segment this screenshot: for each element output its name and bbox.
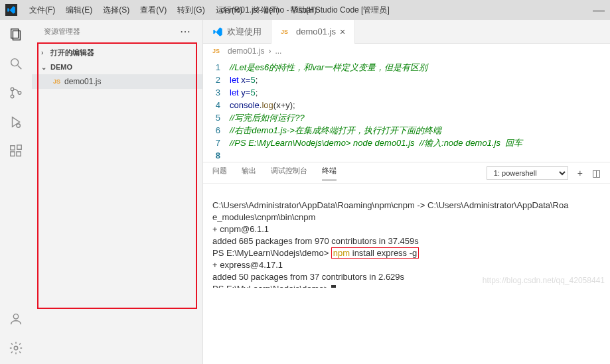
svg-point-2 — [11, 59, 19, 66]
js-file-icon: JS — [212, 48, 220, 54]
menu-select[interactable]: 选择(S) — [99, 3, 133, 17]
annotation-red-command: npm install express -g — [331, 247, 419, 259]
split-terminal-icon[interactable]: ◫ — [592, 168, 601, 178]
panel-tab-debug[interactable]: 调试控制台 — [271, 166, 307, 180]
window-minimize-button[interactable]: — — [593, 3, 605, 17]
svg-rect-9 — [11, 152, 15, 156]
title-bar: 文件(F) 编辑(E) 选择(S) 查看(V) 转到(G) 运行(R) 终端(T… — [0, 0, 610, 20]
search-icon[interactable] — [8, 56, 24, 72]
vscode-logo-icon — [5, 4, 17, 16]
svg-rect-10 — [17, 152, 21, 156]
js-file-icon: JS — [281, 29, 288, 35]
panel-tab-problems[interactable]: 问题 — [212, 166, 227, 180]
svg-rect-11 — [17, 145, 21, 149]
svg-line-3 — [18, 66, 22, 70]
watermark: https://blog.csdn.net/qq_42058441 — [483, 274, 605, 286]
tab-welcome[interactable]: 欢迎使用 — [203, 20, 271, 44]
bottom-panel: 问题 输出 调试控制台 终端 1: powershell + ◫ C:\User… — [203, 162, 610, 288]
activity-bar — [0, 20, 32, 364]
file-demo01-js[interactable]: JSdemo01.js — [32, 74, 202, 89]
window-title: demo01.js - demo - Visual Studio Code [管… — [220, 5, 390, 16]
settings-gear-icon[interactable] — [8, 340, 24, 356]
explorer-more-icon[interactable]: ⋯ — [180, 25, 191, 38]
svg-point-5 — [11, 95, 14, 98]
extensions-icon[interactable] — [8, 143, 24, 159]
run-debug-icon[interactable] — [8, 114, 24, 130]
svg-point-7 — [17, 124, 20, 128]
accounts-icon[interactable] — [8, 311, 24, 327]
terminal[interactable]: C:\Users\Administrator\AppData\Roaming\n… — [203, 184, 610, 288]
code-editor[interactable]: 1//Let是es6的特性，和var一样定义变量，但是有区别 2let x=5;… — [203, 58, 610, 162]
menu-view[interactable]: 查看(V) — [136, 3, 171, 17]
svg-point-13 — [14, 346, 18, 350]
menu-edit[interactable]: 编辑(E) — [62, 3, 96, 17]
close-tab-icon[interactable]: × — [340, 27, 345, 37]
terminal-cursor — [331, 285, 336, 288]
open-editors-section[interactable]: ›打开的编辑器 — [32, 45, 202, 60]
editor-tabs: 欢迎使用 JS demo01.js × — [203, 20, 610, 44]
svg-point-12 — [13, 314, 18, 319]
new-terminal-icon[interactable]: + — [577, 168, 583, 178]
explorer-icon[interactable] — [8, 27, 24, 42]
explorer-title: 资源管理器 — [44, 27, 80, 36]
terminal-shell-select[interactable]: 1: powershell — [487, 166, 568, 180]
menu-file[interactable]: 文件(F) — [25, 3, 59, 17]
explorer-sidebar: 资源管理器 ⋯ ›打开的编辑器 ⌄DEMO JSdemo01.js — [32, 20, 203, 364]
vscode-icon — [212, 27, 223, 37]
panel-tab-output[interactable]: 输出 — [242, 166, 256, 180]
svg-point-4 — [11, 88, 14, 91]
folder-demo[interactable]: ⌄DEMO — [32, 60, 202, 74]
panel-tab-terminal[interactable]: 终端 — [322, 166, 337, 180]
js-file-icon: JS — [53, 78, 60, 85]
menu-goto[interactable]: 转到(G) — [173, 3, 208, 17]
source-control-icon[interactable] — [8, 85, 24, 101]
tab-demo01-js[interactable]: JS demo01.js × — [271, 20, 355, 44]
svg-rect-8 — [11, 146, 15, 150]
breadcrumb[interactable]: JS demo01.js › ... — [203, 44, 610, 58]
